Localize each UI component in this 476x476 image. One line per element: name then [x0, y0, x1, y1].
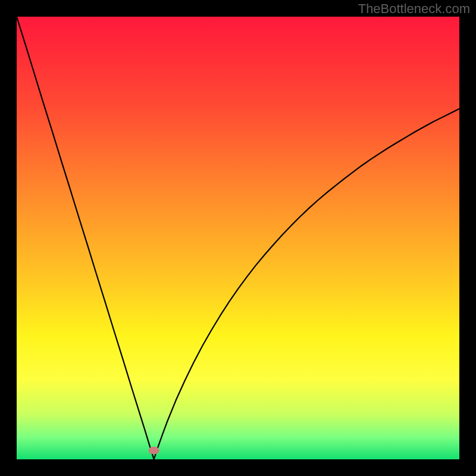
chart-plot-area	[17, 17, 459, 459]
chart-background	[17, 17, 459, 459]
optimal-point-marker	[149, 447, 159, 454]
chart-frame: TheBottleneck.com	[0, 0, 476, 476]
watermark-text: TheBottleneck.com	[358, 1, 470, 17]
chart-svg	[17, 17, 459, 459]
